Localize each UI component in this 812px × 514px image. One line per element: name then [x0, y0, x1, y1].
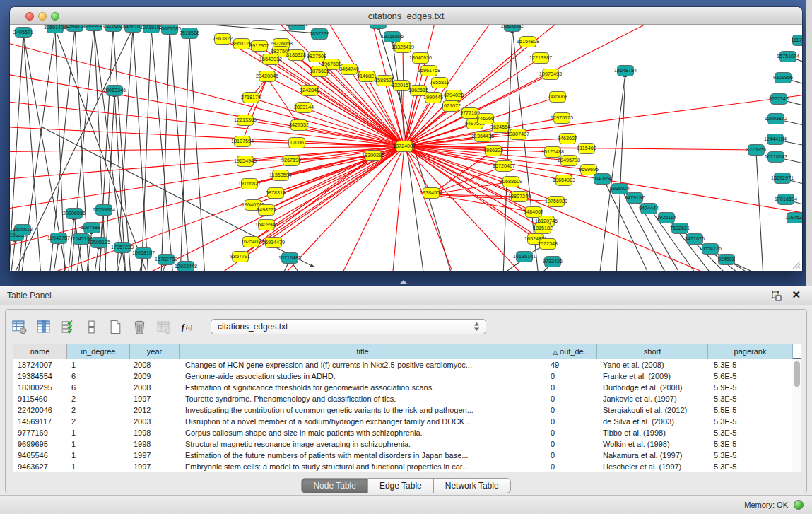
graph-node[interactable]: 10958107	[132, 248, 155, 259]
graph-node[interactable]: 16648784	[614, 66, 637, 76]
cell-year[interactable]: 1997	[130, 461, 180, 472]
cell-in_degree[interactable]: 1	[67, 427, 130, 438]
graph-node[interactable]: 7632621	[670, 223, 690, 234]
graph-node[interactable]: 10653257	[83, 25, 105, 31]
cell-pagerank[interactable]: 5.3E-5	[708, 393, 793, 404]
memory-status-indicator[interactable]	[794, 500, 804, 510]
cell-out_de[interactable]: 0	[546, 370, 597, 382]
graph-node[interactable]: 10654126	[699, 244, 722, 255]
cell-out_de[interactable]: 49	[546, 359, 597, 370]
graph-node[interactable]: 19384554	[420, 188, 442, 199]
graph-node[interactable]: 1815182	[533, 223, 553, 234]
tab-edge-table[interactable]: Edge Table	[368, 478, 434, 493]
graph-node[interactable]: 19166827	[238, 179, 261, 189]
graph-node[interactable]: 18107554	[231, 136, 254, 147]
graph-node[interactable]: 1117304	[792, 35, 802, 46]
graph-node[interactable]: 10807487	[507, 129, 529, 140]
column-header-out_de[interactable]: △out_de...	[546, 344, 597, 359]
cell-short[interactable]: Jankovic et al. (1997)	[597, 393, 708, 404]
graph-node[interactable]: 8813054	[368, 25, 388, 29]
cell-short[interactable]: Nakamura et al. (1997)	[597, 450, 708, 461]
graph-node[interactable]: 5938924	[610, 184, 630, 194]
graph-node[interactable]: 28053346	[103, 86, 126, 96]
cell-pagerank[interactable]: 5.3E-5	[708, 450, 793, 461]
graph-node[interactable]: 15716485	[278, 253, 301, 264]
graph-node[interactable]: 8471676	[685, 234, 705, 245]
graph-node[interactable]: 19654945	[234, 156, 257, 167]
cell-short[interactable]: Dudbridge et al. (2008)	[597, 382, 708, 393]
cell-title[interactable]: Structural magnetic resonance image aver…	[180, 438, 546, 450]
cell-in_degree[interactable]: 1	[67, 359, 130, 370]
table-selector-dropdown[interactable]: citations_edges.txt	[211, 319, 486, 334]
cell-year[interactable]: 2008	[130, 359, 180, 370]
graph-node[interactable]: 10975887	[81, 223, 103, 233]
graph-node[interactable]: 1990445	[423, 93, 443, 103]
graph-node[interactable]: 8427552	[289, 120, 309, 131]
cell-name[interactable]: 22420046	[13, 404, 67, 416]
graph-node[interactable]: 26876082	[501, 25, 524, 32]
table-row[interactable]: 946554611997Estimation of the future num…	[13, 450, 801, 461]
cell-year[interactable]: 2008	[130, 382, 180, 393]
cell-out_de[interactable]: 0	[546, 416, 597, 427]
graph-node[interactable]: 12213987	[529, 53, 552, 64]
cell-pagerank[interactable]: 5.6E-5	[708, 370, 793, 382]
cell-out_de[interactable]: 0	[546, 427, 597, 438]
graph-node[interactable]: 7515526	[180, 28, 199, 39]
graph-node[interactable]: 6479197	[625, 193, 645, 204]
column-header-title[interactable]: title	[180, 344, 546, 359]
delete-table-icon[interactable]	[130, 317, 148, 336]
cell-in_degree[interactable]: 2	[67, 416, 130, 427]
cell-short[interactable]: Franke et al. (2009)	[597, 370, 708, 382]
citation-network-graph[interactable]: 1872400779638228960128891295528226058982…	[10, 25, 802, 271]
graph-node[interactable]: 16033809	[286, 25, 308, 30]
cell-year[interactable]: 1997	[130, 393, 180, 404]
table-row[interactable]: 1456911722003Disruption of a novel membe…	[13, 416, 801, 427]
cell-pagerank[interactable]: 5.3E-5	[708, 438, 793, 450]
column-header-pagerank[interactable]: pagerank	[708, 344, 793, 359]
graph-node[interactable]: 16914479	[262, 238, 285, 248]
graph-node[interactable]: 15720407	[493, 161, 515, 172]
graph-node[interactable]: 9146821	[357, 71, 377, 82]
graph-node[interactable]: 17957223	[111, 243, 134, 253]
cell-title[interactable]: Corpus callosum shape and size in male p…	[180, 427, 546, 438]
cell-year[interactable]: 2009	[130, 370, 180, 382]
graph-node[interactable]: 16961758	[418, 66, 440, 76]
table-scrollbar[interactable]	[792, 359, 801, 472]
cell-year[interactable]: 1998	[130, 438, 180, 450]
graph-node[interactable]: 12923448	[175, 262, 197, 271]
network-window-titlebar[interactable]: citations_edges.txt	[10, 7, 802, 25]
graph-node[interactable]: 16671585	[158, 25, 181, 35]
graph-node[interactable]: 2522548	[538, 239, 558, 250]
graph-node[interactable]: 12444154	[764, 134, 787, 145]
new-table-icon[interactable]	[106, 317, 124, 336]
table-row[interactable]: 911546021997Tourette syndrome. Phenomeno…	[13, 393, 801, 404]
cell-pagerank[interactable]: 5.3E-5	[708, 416, 793, 427]
column-header-in_degree[interactable]: in_degree	[67, 344, 130, 359]
graph-node[interactable]: 16154808	[517, 37, 539, 47]
graph-node[interactable]: 18724007	[393, 141, 416, 152]
graph-node[interactable]: 9733426	[543, 257, 563, 267]
table-row[interactable]: 1938455462009Genome-wide association stu…	[13, 370, 801, 382]
graph-node[interactable]: 20206586	[63, 209, 86, 219]
graph-node[interactable]: 8912955	[249, 41, 269, 52]
cell-year[interactable]: 1998	[130, 427, 180, 438]
cell-short[interactable]: Wolkin et al. (1998)	[597, 438, 708, 450]
graph-node[interactable]: 1621072	[441, 101, 461, 112]
row-height-icon[interactable]	[82, 317, 100, 336]
graph-node[interactable]: 12505135	[88, 238, 110, 248]
cell-name[interactable]: 18300295	[13, 382, 67, 393]
resize-grip-icon[interactable]	[791, 259, 801, 269]
table-row[interactable]: 969969511998Structural magnetic resonanc…	[13, 438, 801, 450]
column-chooser-icon[interactable]	[34, 317, 52, 336]
graph-node[interactable]: 2718176	[241, 93, 261, 103]
close-panel-icon[interactable]: ✕	[792, 288, 801, 301]
graph-node[interactable]: 9267190	[281, 156, 301, 166]
network-window[interactable]: citations_edges.txt 18724007796382289601…	[10, 7, 802, 271]
cell-out_de[interactable]: 0	[546, 393, 597, 404]
function-builder-icon[interactable]: f(x)	[178, 317, 196, 336]
cell-in_degree[interactable]: 1	[67, 438, 130, 450]
graph-node[interactable]: 9115460	[577, 144, 596, 154]
graph-node[interactable]: 12093872	[765, 114, 787, 124]
select-rows-icon[interactable]	[58, 317, 76, 336]
graph-node[interactable]: 19218506	[381, 32, 404, 42]
